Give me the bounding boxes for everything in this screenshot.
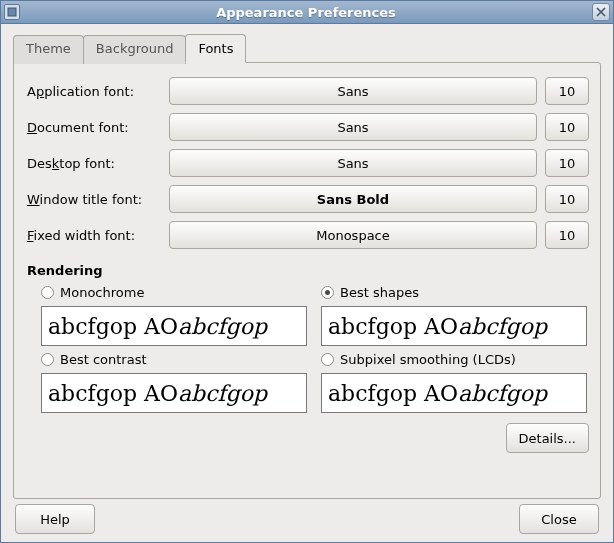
window-title-font-row: Window title font: Sans Bold 10 xyxy=(25,185,589,213)
rendering-grid: Monochrome Best shapes abcfgop AO abcfgo… xyxy=(25,284,589,413)
document-font-button[interactable]: Sans xyxy=(169,113,537,141)
help-button[interactable]: Help xyxy=(15,504,95,534)
appearance-preferences-window: Appearance Preferences Theme Background … xyxy=(0,0,614,543)
window-title-font-label: Window title font: xyxy=(25,192,161,207)
document-font-label: Document font: xyxy=(25,120,161,135)
document-font-row: Document font: Sans 10 xyxy=(25,113,589,141)
radio-icon xyxy=(321,353,334,366)
desktop-font-label: Desktop font: xyxy=(25,156,161,171)
rendering-heading: Rendering xyxy=(27,263,589,278)
window-title: Appearance Preferences xyxy=(216,5,396,20)
svg-rect-0 xyxy=(8,8,16,16)
radio-subpixel[interactable]: Subpixel smoothing (LCDs) xyxy=(321,351,587,368)
fixed-width-font-button[interactable]: Monospace xyxy=(169,221,537,249)
preview-best-contrast: abcfgop AO abcfgop xyxy=(41,373,307,413)
desktop-font-row: Desktop font: Sans 10 xyxy=(25,149,589,177)
radio-best-shapes[interactable]: Best shapes xyxy=(321,284,587,301)
fonts-panel: Application font: Sans 10 Document font:… xyxy=(13,62,601,499)
close-button[interactable]: Close xyxy=(519,504,599,534)
radio-subpixel-label: Subpixel smoothing (LCDs) xyxy=(340,352,516,367)
radio-best-contrast[interactable]: Best contrast xyxy=(41,351,307,368)
window-title-font-size-button[interactable]: 10 xyxy=(545,185,589,213)
fixed-width-font-row: Fixed width font: Monospace 10 xyxy=(25,221,589,249)
radio-icon xyxy=(41,353,54,366)
preview-monochrome: abcfgop AO abcfgop xyxy=(41,306,307,346)
titlebar: Appearance Preferences xyxy=(1,1,613,24)
tab-fonts[interactable]: Fonts xyxy=(185,34,246,63)
tab-theme[interactable]: Theme xyxy=(13,35,84,64)
details-button[interactable]: Details... xyxy=(506,423,589,453)
close-icon[interactable] xyxy=(592,3,610,21)
tab-strip: Theme Background Fonts xyxy=(13,34,601,63)
application-font-button[interactable]: Sans xyxy=(169,77,537,105)
dialog-footer: Help Close xyxy=(13,500,601,534)
desktop-font-size-button[interactable]: 10 xyxy=(545,149,589,177)
fixed-width-font-label: Fixed width font: xyxy=(25,228,161,243)
radio-monochrome[interactable]: Monochrome xyxy=(41,284,307,301)
preview-best-shapes: abcfgop AO abcfgop xyxy=(321,306,587,346)
fixed-width-font-size-button[interactable]: 10 xyxy=(545,221,589,249)
preview-subpixel: abcfgop AO abcfgop xyxy=(321,373,587,413)
desktop-font-button[interactable]: Sans xyxy=(169,149,537,177)
window-title-font-button[interactable]: Sans Bold xyxy=(169,185,537,213)
app-icon xyxy=(4,4,20,20)
application-font-size-button[interactable]: 10 xyxy=(545,77,589,105)
details-row: Details... xyxy=(25,423,589,453)
application-font-row: Application font: Sans 10 xyxy=(25,77,589,105)
radio-icon xyxy=(321,286,334,299)
radio-best-shapes-label: Best shapes xyxy=(340,285,419,300)
radio-best-contrast-label: Best contrast xyxy=(60,352,147,367)
content-area: Theme Background Fonts Application font:… xyxy=(1,24,613,542)
radio-icon xyxy=(41,286,54,299)
document-font-size-button[interactable]: 10 xyxy=(545,113,589,141)
application-font-label: Application font: xyxy=(25,84,161,99)
tab-background[interactable]: Background xyxy=(83,35,187,64)
radio-monochrome-label: Monochrome xyxy=(60,285,144,300)
